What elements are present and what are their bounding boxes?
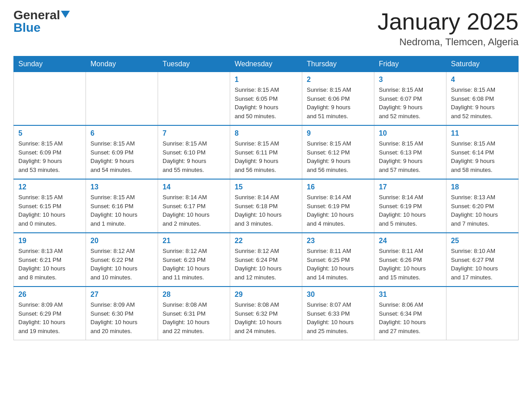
- day-number: 25: [451, 237, 514, 245]
- calendar-cell: 10Sunrise: 8:15 AM Sunset: 6:13 PM Dayli…: [374, 125, 446, 179]
- month-title: January 2025: [378, 9, 519, 34]
- day-number: 11: [451, 129, 514, 137]
- day-info: Sunrise: 8:15 AM Sunset: 6:12 PM Dayligh…: [307, 139, 369, 174]
- day-number: 3: [379, 76, 442, 84]
- calendar-cell: 25Sunrise: 8:10 AM Sunset: 6:27 PM Dayli…: [446, 233, 519, 287]
- calendar-cell: 21Sunrise: 8:12 AM Sunset: 6:23 PM Dayli…: [158, 233, 230, 287]
- calendar-week-row: 26Sunrise: 8:09 AM Sunset: 6:29 PM Dayli…: [14, 287, 519, 340]
- day-info: Sunrise: 8:08 AM Sunset: 6:31 PM Dayligh…: [163, 300, 225, 335]
- calendar-cell: 12Sunrise: 8:15 AM Sunset: 6:15 PM Dayli…: [14, 179, 86, 233]
- day-number: 23: [307, 237, 369, 245]
- calendar-cell: 26Sunrise: 8:09 AM Sunset: 6:29 PM Dayli…: [14, 287, 86, 340]
- calendar-cell: 27Sunrise: 8:09 AM Sunset: 6:30 PM Dayli…: [86, 287, 158, 340]
- calendar-cell: 22Sunrise: 8:12 AM Sunset: 6:24 PM Dayli…: [230, 233, 302, 287]
- day-number: 5: [18, 129, 81, 137]
- day-number: 24: [379, 237, 442, 245]
- day-info: Sunrise: 8:15 AM Sunset: 6:16 PM Dayligh…: [90, 193, 153, 228]
- day-number: 21: [163, 237, 225, 245]
- calendar-cell: [158, 72, 230, 126]
- calendar-cell: 20Sunrise: 8:12 AM Sunset: 6:22 PM Dayli…: [86, 233, 158, 287]
- day-number: 22: [235, 237, 297, 245]
- calendar-cell: 29Sunrise: 8:08 AM Sunset: 6:32 PM Dayli…: [230, 287, 302, 340]
- calendar-cell: 9Sunrise: 8:15 AM Sunset: 6:12 PM Daylig…: [302, 125, 374, 179]
- calendar-day-header: Saturday: [446, 56, 519, 72]
- day-info: Sunrise: 8:15 AM Sunset: 6:14 PM Dayligh…: [451, 139, 514, 174]
- day-info: Sunrise: 8:15 AM Sunset: 6:10 PM Dayligh…: [163, 139, 225, 174]
- day-number: 2: [307, 76, 369, 84]
- calendar-cell: [446, 287, 519, 340]
- day-info: Sunrise: 8:15 AM Sunset: 6:11 PM Dayligh…: [235, 139, 297, 174]
- calendar-day-header: Sunday: [14, 56, 86, 72]
- day-info: Sunrise: 8:15 AM Sunset: 6:06 PM Dayligh…: [307, 86, 369, 120]
- day-info: Sunrise: 8:15 AM Sunset: 6:09 PM Dayligh…: [90, 139, 153, 174]
- day-info: Sunrise: 8:13 AM Sunset: 6:20 PM Dayligh…: [451, 193, 514, 228]
- calendar-week-row: 12Sunrise: 8:15 AM Sunset: 6:15 PM Dayli…: [14, 179, 519, 233]
- calendar-cell: 16Sunrise: 8:14 AM Sunset: 6:19 PM Dayli…: [302, 179, 374, 233]
- day-number: 10: [379, 129, 442, 137]
- day-number: 4: [451, 76, 514, 84]
- logo: General Blue: [13, 9, 70, 34]
- day-info: Sunrise: 8:14 AM Sunset: 6:17 PM Dayligh…: [163, 193, 225, 228]
- day-number: 15: [235, 183, 297, 191]
- logo-triangle-icon: [61, 11, 70, 18]
- day-number: 7: [163, 129, 225, 137]
- calendar-day-header: Friday: [374, 56, 446, 72]
- day-info: Sunrise: 8:15 AM Sunset: 6:09 PM Dayligh…: [18, 139, 81, 174]
- calendar-cell: 28Sunrise: 8:08 AM Sunset: 6:31 PM Dayli…: [158, 287, 230, 340]
- title-block: January 2025 Nedroma, Tlemcen, Algeria: [378, 9, 519, 48]
- calendar-cell: 15Sunrise: 8:14 AM Sunset: 6:18 PM Dayli…: [230, 179, 302, 233]
- day-number: 26: [18, 291, 81, 299]
- day-number: 18: [451, 183, 514, 191]
- location-title: Nedroma, Tlemcen, Algeria: [378, 36, 519, 48]
- calendar-cell: 2Sunrise: 8:15 AM Sunset: 6:06 PM Daylig…: [302, 72, 374, 126]
- calendar-day-header: Thursday: [302, 56, 374, 72]
- day-number: 14: [163, 183, 225, 191]
- page-header: General Blue January 2025 Nedroma, Tlemc…: [13, 9, 519, 48]
- day-number: 17: [379, 183, 442, 191]
- calendar-cell: 24Sunrise: 8:11 AM Sunset: 6:26 PM Dayli…: [374, 233, 446, 287]
- day-info: Sunrise: 8:15 AM Sunset: 6:15 PM Dayligh…: [18, 193, 81, 228]
- day-number: 19: [18, 237, 81, 245]
- day-info: Sunrise: 8:14 AM Sunset: 6:18 PM Dayligh…: [235, 193, 297, 228]
- calendar-cell: 13Sunrise: 8:15 AM Sunset: 6:16 PM Dayli…: [86, 179, 158, 233]
- day-number: 8: [235, 129, 297, 137]
- calendar-cell: 11Sunrise: 8:15 AM Sunset: 6:14 PM Dayli…: [446, 125, 519, 179]
- day-number: 1: [235, 76, 297, 84]
- day-info: Sunrise: 8:07 AM Sunset: 6:33 PM Dayligh…: [307, 300, 369, 335]
- day-number: 13: [90, 183, 153, 191]
- calendar-cell: 3Sunrise: 8:15 AM Sunset: 6:07 PM Daylig…: [374, 72, 446, 126]
- calendar-day-header: Tuesday: [158, 56, 230, 72]
- calendar-cell: [86, 72, 158, 126]
- day-info: Sunrise: 8:12 AM Sunset: 6:24 PM Dayligh…: [235, 247, 297, 282]
- calendar-cell: 17Sunrise: 8:14 AM Sunset: 6:19 PM Dayli…: [374, 179, 446, 233]
- calendar-cell: 31Sunrise: 8:06 AM Sunset: 6:34 PM Dayli…: [374, 287, 446, 340]
- day-info: Sunrise: 8:15 AM Sunset: 6:08 PM Dayligh…: [451, 86, 514, 120]
- calendar-cell: 4Sunrise: 8:15 AM Sunset: 6:08 PM Daylig…: [446, 72, 519, 126]
- calendar-cell: 30Sunrise: 8:07 AM Sunset: 6:33 PM Dayli…: [302, 287, 374, 340]
- day-info: Sunrise: 8:06 AM Sunset: 6:34 PM Dayligh…: [379, 300, 442, 335]
- calendar-cell: 23Sunrise: 8:11 AM Sunset: 6:25 PM Dayli…: [302, 233, 374, 287]
- day-info: Sunrise: 8:15 AM Sunset: 6:07 PM Dayligh…: [379, 86, 442, 120]
- calendar-cell: [14, 72, 86, 126]
- day-number: 29: [235, 291, 297, 299]
- calendar-cell: 19Sunrise: 8:13 AM Sunset: 6:21 PM Dayli…: [14, 233, 86, 287]
- day-info: Sunrise: 8:08 AM Sunset: 6:32 PM Dayligh…: [235, 300, 297, 335]
- day-info: Sunrise: 8:11 AM Sunset: 6:26 PM Dayligh…: [379, 247, 442, 282]
- calendar-cell: 1Sunrise: 8:15 AM Sunset: 6:05 PM Daylig…: [230, 72, 302, 126]
- day-number: 28: [163, 291, 225, 299]
- day-info: Sunrise: 8:14 AM Sunset: 6:19 PM Dayligh…: [379, 193, 442, 228]
- day-info: Sunrise: 8:09 AM Sunset: 6:29 PM Dayligh…: [18, 300, 81, 335]
- logo-general-text: General: [13, 9, 60, 21]
- day-number: 27: [90, 291, 153, 299]
- calendar-day-header: Wednesday: [230, 56, 302, 72]
- calendar-week-row: 5Sunrise: 8:15 AM Sunset: 6:09 PM Daylig…: [14, 125, 519, 179]
- day-number: 30: [307, 291, 369, 299]
- calendar-week-row: 19Sunrise: 8:13 AM Sunset: 6:21 PM Dayli…: [14, 233, 519, 287]
- calendar-cell: 18Sunrise: 8:13 AM Sunset: 6:20 PM Dayli…: [446, 179, 519, 233]
- calendar-cell: 8Sunrise: 8:15 AM Sunset: 6:11 PM Daylig…: [230, 125, 302, 179]
- day-number: 9: [307, 129, 369, 137]
- day-info: Sunrise: 8:12 AM Sunset: 6:23 PM Dayligh…: [163, 247, 225, 282]
- day-info: Sunrise: 8:14 AM Sunset: 6:19 PM Dayligh…: [307, 193, 369, 228]
- calendar-cell: 14Sunrise: 8:14 AM Sunset: 6:17 PM Dayli…: [158, 179, 230, 233]
- calendar-day-header: Monday: [86, 56, 158, 72]
